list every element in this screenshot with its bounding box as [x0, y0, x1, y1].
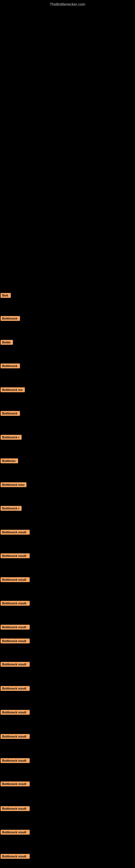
bottleneck-result-label: Bottlenec	[1, 458, 18, 463]
bottleneck-result-label: Bottleneck res	[1, 388, 25, 392]
bottleneck-result-label: Bottleneck result	[1, 758, 30, 763]
bottleneck-result-label: Bottleneck r	[1, 506, 21, 511]
bottleneck-result-label: Bottleneck result	[1, 734, 30, 739]
bottleneck-result-label: Bottleneck result	[1, 830, 30, 835]
bottleneck-result-label: Bottleneck result	[1, 601, 30, 606]
bottleneck-result-label: Bottleneck result	[1, 854, 30, 859]
bottleneck-result-label: Bottleneck result	[1, 530, 30, 535]
bottleneck-result-label: Bottleneck result	[1, 553, 30, 558]
bottleneck-result-label: Bottleneck	[1, 364, 20, 368]
bottleneck-result-label: Bottleneck result	[1, 686, 30, 691]
bottleneck-result-label: Bottleneck result	[1, 710, 30, 715]
bottleneck-result-label: Bottleneck result	[1, 625, 30, 629]
site-title: TheBottlenecker.com	[50, 2, 85, 6]
bottleneck-result-label: Bottleneck	[1, 316, 20, 321]
bottleneck-result-label: Bottleneck result	[1, 806, 30, 811]
bottleneck-result-label: Bottle	[1, 340, 13, 345]
bottleneck-result-label: Bottleneck result	[1, 781, 30, 786]
bottleneck-result-label: Bottleneck result	[1, 662, 30, 667]
bottleneck-result-label: Bottleneck r	[1, 435, 21, 440]
bottleneck-result-label: Bottleneck result	[1, 577, 30, 582]
bottleneck-result-label: Bottleneck result	[1, 639, 30, 643]
bottleneck-result-label: Bottleneck	[1, 411, 20, 416]
bottleneck-result-label: Bottleneck resu	[1, 482, 27, 487]
bottleneck-result-label: Bott	[1, 293, 11, 298]
